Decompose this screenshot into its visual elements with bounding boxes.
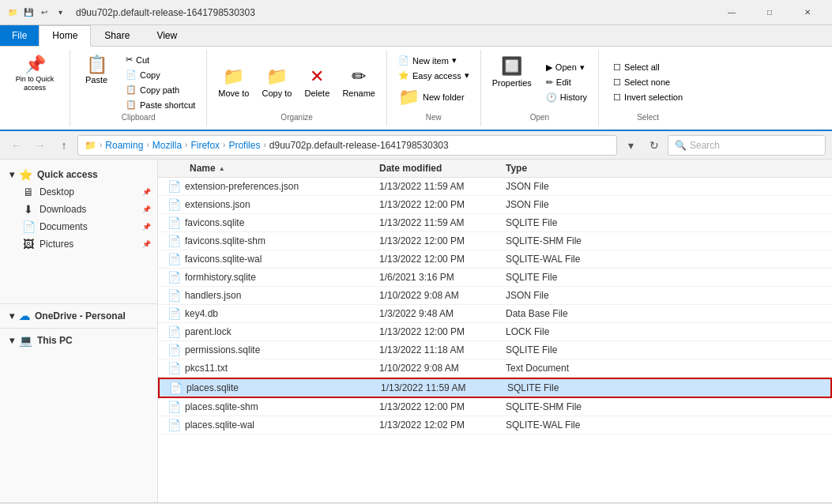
quick-access-icon[interactable]: 📁 — [6, 6, 19, 19]
select-all-button[interactable]: ☐ Select all — [608, 61, 687, 74]
move-to-button[interactable]: 📁 Move to — [213, 63, 254, 101]
file-name: extension-preferences.json — [185, 181, 299, 192]
table-row[interactable]: 📄favicons.sqlite-shm1/13/2022 12:00 PMSQ… — [158, 232, 832, 250]
open-button[interactable]: ▶ Open ▾ — [541, 61, 592, 74]
file-type: SQLITE File — [506, 344, 832, 355]
file-date: 1/13/2022 12:00 PM — [379, 326, 506, 337]
table-row[interactable]: 📄extensions.json1/13/2022 12:00 PMJSON F… — [158, 196, 832, 214]
file-type: SQLITE-SHM File — [506, 401, 832, 412]
maximize-button[interactable]: □ — [751, 0, 788, 25]
file-name: parent.lock — [185, 326, 232, 337]
table-row[interactable]: 📄places.sqlite-shm1/13/2022 12:00 PMSQLI… — [158, 398, 832, 416]
minimize-button[interactable]: — — [713, 0, 750, 25]
rename-button[interactable]: ✏ Rename — [337, 63, 380, 101]
forward-button[interactable]: → — [30, 135, 51, 156]
select-label: Select — [637, 113, 659, 122]
file-type: JSON File — [506, 290, 832, 301]
table-row[interactable]: 📄parent.lock1/13/2022 12:00 PMLOCK File — [158, 323, 832, 341]
file-date: 1/10/2022 9:08 AM — [379, 290, 506, 301]
file-date: 1/13/2022 11:59 AM — [379, 217, 506, 228]
file-icon: 📄 — [168, 216, 180, 229]
file-type: SQLITE-WAL File — [506, 419, 832, 431]
search-bar[interactable]: 🔍 Search — [668, 135, 826, 156]
file-type: LOCK File — [506, 326, 832, 337]
table-row[interactable]: 📄key4.db1/3/2022 9:48 AMData Base File — [158, 305, 832, 323]
select-label-row: Select — [608, 111, 687, 123]
file-date: 1/13/2022 12:00 PM — [379, 235, 506, 246]
sidebar: ▾ ⭐ Quick access 🖥 Desktop 📌 ⬇ Downloads… — [0, 160, 158, 502]
close-button[interactable]: ✕ — [789, 0, 826, 25]
col-name-header[interactable]: Name ▲ — [158, 163, 379, 174]
open-label-row: Open — [488, 111, 592, 123]
organize-label: Organize — [280, 113, 313, 122]
refresh-button[interactable]: ↻ — [644, 135, 664, 156]
sort-arrow: ▲ — [219, 165, 225, 172]
table-row[interactable]: 📄places.sqlite-wal1/13/2022 12:02 PMSQLI… — [158, 416, 832, 434]
col-date-header[interactable]: Date modified — [379, 163, 506, 174]
copy-to-button[interactable]: 📁 Copy to — [257, 63, 296, 101]
tab-home[interactable]: Home — [39, 25, 91, 47]
table-row[interactable]: 📄places.sqlite1/13/2022 11:59 AMSQLITE F… — [158, 378, 832, 398]
select-all-icon: ☐ — [613, 62, 621, 73]
dropdown-icon[interactable]: ▾ — [54, 6, 66, 19]
copy-icon: 📄 — [126, 70, 137, 80]
table-row[interactable]: 📄favicons.sqlite1/13/2022 11:59 AMSQLITE… — [158, 214, 832, 232]
back-button[interactable]: ← — [6, 135, 27, 156]
invert-selection-button[interactable]: ☐ Invert selection — [608, 91, 687, 104]
history-button[interactable]: 🕐 History — [541, 91, 592, 104]
cut-button[interactable]: ✂ Cut — [121, 53, 200, 66]
breadcrumb-roaming[interactable]: Roaming — [105, 140, 143, 151]
pin-button[interactable]: 📌 Pin to Quick access — [6, 53, 63, 96]
file-date: 1/13/2022 12:00 PM — [379, 254, 506, 265]
new-item-button[interactable]: 📄 New item ▾ — [393, 54, 461, 67]
file-icon: 📄 — [168, 180, 180, 193]
pin-desktop-icon: 📌 — [142, 188, 151, 196]
nav-bar: ← → ↑ 📁 › Roaming › Mozilla › Firefox › … — [0, 131, 832, 160]
breadcrumb-profiles[interactable]: Profiles — [228, 140, 260, 151]
up-button[interactable]: ↑ — [54, 135, 74, 156]
easy-access-button[interactable]: ⭐ Easy access ▾ — [393, 69, 474, 82]
sidebar-item-documents[interactable]: 📄 Documents 📌 — [0, 218, 157, 235]
breadcrumb-mozilla[interactable]: Mozilla — [152, 140, 182, 151]
tab-view[interactable]: View — [143, 25, 190, 46]
table-row[interactable]: 📄handlers.json1/10/2022 9:08 AMJSON File — [158, 287, 832, 305]
breadcrumb-firefox[interactable]: Firefox — [190, 140, 220, 151]
dropdown-arrow-button[interactable]: ▾ — [620, 135, 641, 156]
invert-icon: ☐ — [613, 92, 621, 103]
properties-button[interactable]: 🔲 Properties — [488, 53, 536, 111]
file-date: 1/13/2022 12:02 PM — [379, 419, 506, 431]
paste-icon: 📋 — [86, 56, 107, 73]
edit-button[interactable]: ✏ Edit — [541, 76, 592, 89]
copy-button[interactable]: 📄 Copy — [121, 68, 200, 81]
file-name: favicons.sqlite — [185, 217, 244, 228]
select-none-button[interactable]: ☐ Select none — [608, 76, 687, 89]
paste-button[interactable]: 📋 Paste — [77, 53, 116, 111]
sidebar-item-desktop[interactable]: 🖥 Desktop 📌 — [0, 183, 157, 201]
file-type: JSON File — [506, 181, 832, 192]
table-row[interactable]: 📄formhistory.sqlite1/6/2021 3:16 PMSQLIT… — [158, 269, 832, 287]
sidebar-item-pictures[interactable]: 🖼 Pictures 📌 — [0, 235, 157, 253]
table-row[interactable]: 📄extension-preferences.json1/13/2022 11:… — [158, 178, 832, 196]
new-folder-button[interactable]: 📁 New folder — [393, 84, 469, 111]
paste-shortcut-button[interactable]: 📋 Paste shortcut — [121, 98, 200, 111]
onedrive-header[interactable]: ▾ ☁ OneDrive - Personal — [0, 307, 157, 325]
copy-path-button[interactable]: 📋 Copy path — [121, 83, 200, 96]
col-type-header[interactable]: Type — [506, 163, 832, 174]
pin-documents-icon: 📌 — [142, 223, 151, 231]
table-row[interactable]: 📄pkcs11.txt1/10/2022 9:08 AMText Documen… — [158, 359, 832, 378]
history-icon: 🕐 — [546, 92, 557, 103]
main-area: ▾ ⭐ Quick access 🖥 Desktop 📌 ⬇ Downloads… — [0, 160, 832, 502]
delete-button[interactable]: ✕ Delete — [299, 63, 334, 101]
save-icon[interactable]: 💾 — [22, 6, 35, 19]
this-pc-header[interactable]: ▾ 💻 This PC — [0, 332, 157, 349]
tab-file[interactable]: File — [0, 25, 39, 46]
quick-access-header[interactable]: ▾ ⭐ Quick access — [0, 166, 157, 183]
sidebar-item-downloads[interactable]: ⬇ Downloads 📌 — [0, 201, 157, 218]
file-type: JSON File — [506, 199, 832, 210]
table-row[interactable]: 📄favicons.sqlite-wal1/13/2022 12:00 PMSQ… — [158, 250, 832, 269]
open-label: Open — [530, 113, 549, 122]
undo-icon[interactable]: ↩ — [38, 6, 51, 19]
file-icon: 📄 — [168, 307, 180, 320]
tab-share[interactable]: Share — [91, 25, 143, 46]
table-row[interactable]: 📄permissions.sqlite1/13/2022 11:18 AMSQL… — [158, 341, 832, 359]
